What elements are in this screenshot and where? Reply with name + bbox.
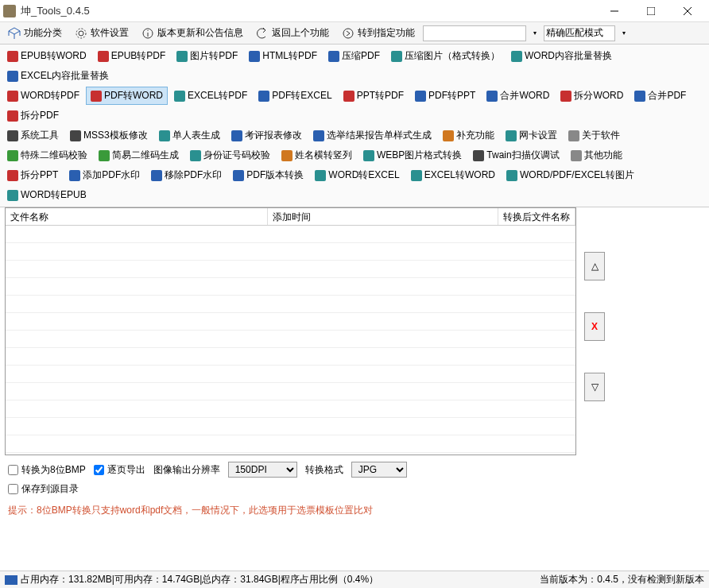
- tool-EXCEL内容批量替换[interactable]: EXCEL内容批量替换: [2, 67, 114, 85]
- dpi-select[interactable]: 150DPI: [228, 462, 297, 478]
- tool-简易二维码生成[interactable]: 简易二维码生成: [94, 146, 184, 164]
- tool-压缩PDF[interactable]: 压缩PDF: [324, 47, 385, 65]
- tool-WORD内容批量替换[interactable]: WORD内容批量替换: [506, 47, 617, 65]
- menu-settings[interactable]: 软件设置: [70, 25, 134, 41]
- tool-icon: [69, 170, 80, 181]
- tool-移除PDF水印[interactable]: 移除PDF水印: [146, 166, 227, 184]
- tool-label: 关于软件: [582, 129, 620, 142]
- match-mode-arrow[interactable]: ▾: [618, 29, 630, 37]
- savesrc-checkbox[interactable]: 保存到源目录: [8, 482, 79, 496]
- bmp8-checkbox[interactable]: 转换为8位BMP: [8, 463, 86, 477]
- table-body[interactable]: [6, 226, 575, 455]
- tool-图片转PDF[interactable]: 图片转PDF: [172, 47, 242, 65]
- tool-PDF转WORD[interactable]: PDF转WORD: [86, 87, 168, 105]
- tool-合并PDF[interactable]: 合并PDF: [630, 87, 691, 105]
- tool-网卡设置[interactable]: 网卡设置: [501, 126, 562, 145]
- close-button[interactable]: [669, 0, 706, 22]
- tool-压缩图片（格式转换）[interactable]: 压缩图片（格式转换）: [386, 47, 505, 65]
- match-mode-dropdown[interactable]: 精确匹配模式: [544, 25, 615, 41]
- menu-update[interactable]: 版本更新和公告信息: [137, 25, 248, 41]
- tool-EXCEL转PDF[interactable]: EXCEL转PDF: [169, 87, 252, 105]
- table-row[interactable]: [6, 226, 575, 243]
- menu-goto[interactable]: 转到指定功能: [337, 25, 420, 41]
- fmt-select[interactable]: JPG: [351, 462, 407, 478]
- tool-label: 拆分PDF: [21, 109, 59, 122]
- col-addtime[interactable]: 添加时间: [268, 208, 498, 225]
- menu-categorize-label: 功能分类: [24, 26, 62, 40]
- tool-姓名横转竖列[interactable]: 姓名横转竖列: [277, 146, 357, 164]
- table-row[interactable]: [6, 400, 575, 418]
- search-dropdown-arrow[interactable]: ▾: [529, 29, 540, 37]
- minimize-button[interactable]: [596, 0, 633, 22]
- tool-label: PDF转PPT: [428, 89, 475, 103]
- tool-身份证号码校验[interactable]: 身份证号码校验: [185, 146, 275, 164]
- tool-补充功能[interactable]: 补充功能: [438, 126, 499, 145]
- tool-label: EXCEL转WORD: [424, 168, 495, 182]
- menu-categorize[interactable]: 功能分类: [3, 25, 67, 41]
- svg-marker-4: [9, 28, 20, 34]
- tool-icon: [560, 91, 571, 102]
- tool-拆分PDF[interactable]: 拆分PDF: [2, 106, 64, 125]
- tool-其他功能[interactable]: 其他功能: [566, 146, 627, 164]
- table-row[interactable]: [6, 366, 575, 383]
- tool-EXCEL转WORD[interactable]: EXCEL转WORD: [406, 166, 500, 184]
- function-search-input[interactable]: [423, 25, 526, 41]
- tool-label: PDF转WORD: [104, 89, 163, 103]
- tool-EPUB转WORD[interactable]: EPUB转WORD: [2, 47, 91, 65]
- tool-关于软件[interactable]: 关于软件: [564, 126, 625, 145]
- tool-label: WORD/PDF/EXCEL转图片: [520, 168, 634, 182]
- tool-HTML转PDF[interactable]: HTML转PDF: [244, 47, 322, 65]
- tool-WORD转EPUB[interactable]: WORD转EPUB: [2, 186, 91, 204]
- table-row[interactable]: [6, 243, 575, 261]
- tool-MSS3模板修改[interactable]: MSS3模板修改: [65, 126, 153, 145]
- table-row[interactable]: [6, 418, 575, 435]
- table-row[interactable]: [6, 313, 575, 331]
- maximize-button[interactable]: [633, 0, 669, 22]
- tool-WORD转EXCEL[interactable]: WORD转EXCEL: [310, 166, 404, 184]
- tool-拆分WORD[interactable]: 拆分WORD: [556, 87, 628, 105]
- tool-label: PDF转EXCEL: [272, 89, 331, 103]
- move-down-button[interactable]: ▽: [584, 373, 605, 401]
- remove-button[interactable]: X: [584, 312, 605, 341]
- window-title: 坤_Tools_0.4.5: [21, 4, 596, 18]
- tool-单人表生成[interactable]: 单人表生成: [154, 126, 225, 145]
- tool-Twain扫描仪调试[interactable]: Twain扫描仪调试: [468, 146, 564, 164]
- tool-icon: [99, 150, 110, 161]
- move-up-button[interactable]: △: [584, 252, 605, 280]
- tool-考评报表修改[interactable]: 考评报表修改: [227, 126, 307, 145]
- menu-back[interactable]: 返回上个功能: [251, 25, 334, 41]
- tool-label: 姓名横转竖列: [295, 149, 352, 162]
- tool-PDF转EXCEL[interactable]: PDF转EXCEL: [254, 87, 336, 105]
- bmp8-label: 转换为8位BMP: [21, 463, 86, 477]
- col-converted[interactable]: 转换后文件名称: [498, 208, 575, 225]
- tool-WORD转PDF[interactable]: WORD转PDF: [2, 87, 84, 105]
- table-row[interactable]: [6, 435, 575, 453]
- col-filename[interactable]: 文件名称: [6, 208, 268, 225]
- table-row[interactable]: [6, 278, 575, 296]
- tool-icon: [281, 150, 293, 161]
- tool-PPT转PDF[interactable]: PPT转PDF: [339, 87, 409, 105]
- table-row[interactable]: [6, 348, 575, 366]
- tool-特殊二维码校验[interactable]: 特殊二维码校验: [2, 146, 92, 164]
- table-row[interactable]: [6, 331, 575, 348]
- tool-icon: [258, 91, 269, 102]
- tool-icon: [151, 170, 162, 181]
- tool-选举结果报告单样式生成[interactable]: 选举结果报告单样式生成: [308, 126, 436, 145]
- tool-WEBP图片格式转换[interactable]: WEBP图片格式转换: [358, 146, 467, 164]
- tool-拆分PPT[interactable]: 拆分PPT: [2, 166, 63, 184]
- dpi-label: 图像输出分辨率: [153, 463, 220, 477]
- tool-合并WORD[interactable]: 合并WORD: [482, 87, 554, 105]
- tool-icon: [7, 71, 18, 82]
- table-row[interactable]: [6, 296, 575, 313]
- tool-PDF版本转换[interactable]: PDF版本转换: [228, 166, 308, 184]
- tool-系统工具[interactable]: 系统工具: [2, 126, 64, 145]
- perpage-checkbox[interactable]: 逐页导出: [94, 463, 145, 477]
- tool-label: EXCEL转PDF: [188, 89, 247, 103]
- table-row[interactable]: [6, 383, 575, 400]
- tool-添加PDF水印[interactable]: 添加PDF水印: [64, 166, 145, 184]
- tool-PDF转PPT[interactable]: PDF转PPT: [410, 87, 480, 105]
- table-row[interactable]: [6, 261, 575, 278]
- tool-WORD/PDF/EXCEL转图片[interactable]: WORD/PDF/EXCEL转图片: [502, 166, 639, 184]
- tool-EPUB转PDF[interactable]: EPUB转PDF: [93, 47, 171, 65]
- info-icon: [141, 27, 154, 40]
